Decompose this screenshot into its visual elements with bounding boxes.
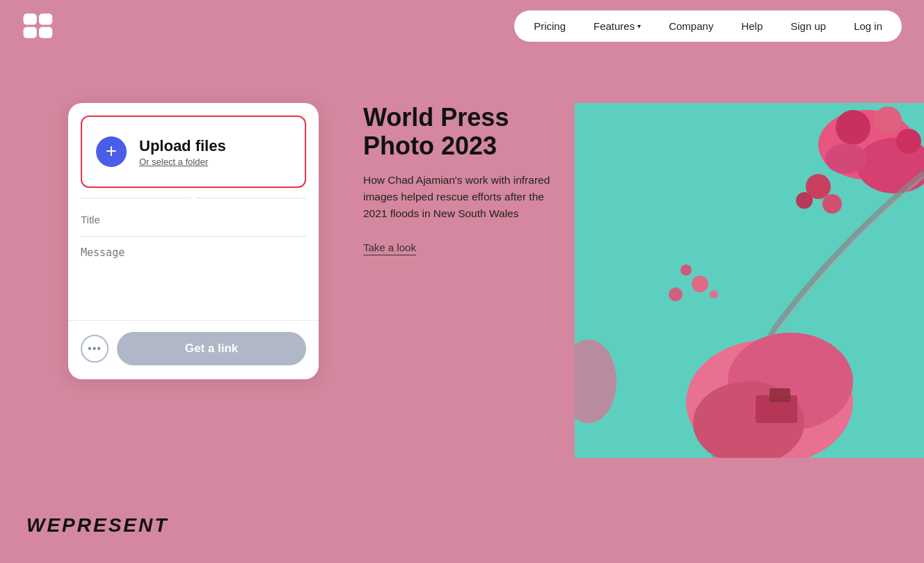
divider-right bbox=[196, 198, 306, 198]
features-chevron-icon: ▾ bbox=[637, 22, 641, 30]
select-folder-link[interactable]: Or select a folder bbox=[139, 157, 226, 167]
svg-rect-3 bbox=[39, 26, 52, 38]
article-body: How Chad Ajamian's work with infrared im… bbox=[363, 172, 565, 222]
svg-point-10 bbox=[825, 143, 867, 174]
svg-point-9 bbox=[896, 129, 921, 154]
add-files-button[interactable]: + bbox=[96, 136, 127, 167]
main-nav: Pricing Features ▾ Company Help Sign up … bbox=[514, 10, 902, 42]
get-link-button[interactable]: Get a link bbox=[117, 332, 306, 365]
divider-left bbox=[81, 198, 191, 198]
svg-point-8 bbox=[874, 106, 902, 134]
svg-rect-15 bbox=[770, 388, 790, 402]
header: Pricing Features ▾ Company Help Sign up … bbox=[0, 0, 924, 52]
svg-point-22 bbox=[822, 194, 842, 214]
card-actions: ••• Get a link bbox=[68, 320, 319, 379]
article-cta-link[interactable]: Take a look bbox=[363, 241, 416, 255]
nav-company[interactable]: Company bbox=[656, 15, 726, 38]
svg-point-16 bbox=[692, 276, 708, 292]
logo[interactable] bbox=[22, 13, 56, 40]
svg-point-17 bbox=[680, 264, 692, 276]
title-input[interactable] bbox=[81, 214, 306, 225]
svg-point-18 bbox=[710, 290, 718, 299]
nav-help[interactable]: Help bbox=[728, 15, 775, 38]
svg-point-7 bbox=[836, 110, 870, 145]
svg-rect-0 bbox=[24, 13, 37, 24]
message-field-row bbox=[81, 237, 306, 315]
nav-login[interactable]: Log in bbox=[841, 15, 895, 38]
title-field-row bbox=[81, 204, 306, 237]
svg-point-19 bbox=[669, 287, 683, 301]
more-dots-icon: ••• bbox=[88, 342, 102, 355]
nav-features[interactable]: Features ▾ bbox=[581, 15, 653, 38]
article-section: World Press Photo 2023 How Chad Ajamian'… bbox=[363, 103, 565, 255]
wepresent-brand: WEPRESENT bbox=[26, 514, 168, 537]
article-title: World Press Photo 2023 bbox=[363, 103, 565, 161]
upload-drop-zone[interactable]: + Upload files Or select a folder bbox=[81, 116, 306, 188]
upload-card: + Upload files Or select a folder ••• Ge… bbox=[68, 103, 319, 379]
nav-signup[interactable]: Sign up bbox=[778, 15, 838, 38]
upload-title: Upload files bbox=[139, 137, 226, 155]
svg-rect-1 bbox=[39, 13, 52, 24]
card-divider bbox=[68, 188, 319, 198]
nav-pricing[interactable]: Pricing bbox=[521, 15, 578, 38]
more-options-button[interactable]: ••• bbox=[81, 335, 109, 363]
plus-icon: + bbox=[106, 141, 117, 161]
svg-point-23 bbox=[796, 192, 813, 209]
card-form bbox=[68, 198, 319, 315]
svg-rect-2 bbox=[24, 26, 37, 38]
hero-image bbox=[575, 103, 924, 458]
message-input[interactable] bbox=[81, 246, 306, 302]
hero-image-wrap bbox=[575, 103, 924, 563]
